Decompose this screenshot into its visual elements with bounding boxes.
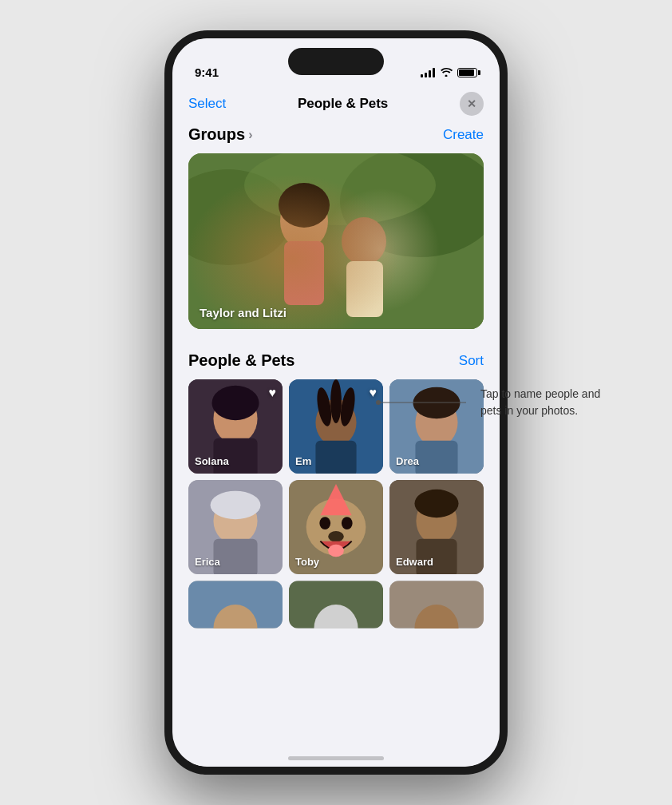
signal-bar-2: [425, 73, 427, 77]
svg-rect-7: [346, 261, 383, 317]
people-pets-title: People & Pets: [188, 351, 294, 370]
close-icon: ✕: [467, 98, 476, 109]
signal-bar-4: [433, 68, 435, 77]
svg-point-26: [211, 491, 261, 519]
battery-icon: [457, 68, 477, 77]
svg-point-32: [342, 517, 353, 529]
wifi-icon: [440, 66, 453, 79]
svg-point-31: [319, 517, 330, 529]
annotation-container: Tap to name people and pets in your phot…: [378, 386, 624, 419]
svg-point-6: [342, 217, 386, 265]
page-title: People & Pets: [298, 96, 388, 112]
svg-point-3: [244, 153, 436, 225]
partial-card-3[interactable]: [389, 581, 484, 629]
status-time: 9:41: [195, 65, 219, 79]
home-indicator: [288, 756, 384, 760]
person-name-solana: Solana: [195, 455, 229, 467]
svg-point-2: [340, 153, 484, 257]
partial-card-1[interactable]: [188, 581, 283, 629]
svg-point-8: [279, 183, 330, 228]
signal-bar-3: [429, 70, 431, 77]
status-icons: [421, 66, 477, 79]
svg-rect-0: [188, 153, 484, 329]
partial-card-2[interactable]: [289, 581, 383, 629]
group-label: Taylor and Litzi: [200, 306, 287, 319]
sort-button[interactable]: Sort: [459, 353, 484, 369]
partial-people-row: [188, 581, 484, 629]
battery-fill: [459, 69, 474, 76]
annotation-label: Tap to name people and pets in your phot…: [480, 387, 600, 417]
svg-point-17: [330, 379, 342, 423]
groups-title-row[interactable]: Groups ›: [188, 125, 252, 144]
person-name-drea: Drea: [396, 455, 419, 467]
create-button[interactable]: Create: [443, 127, 484, 143]
person-card-toby[interactable]: Toby: [289, 480, 383, 574]
svg-rect-5: [284, 241, 324, 305]
svg-rect-15: [315, 441, 356, 474]
person-card-solana[interactable]: ♥ Solana: [188, 379, 283, 474]
people-pets-header: People & Pets Sort: [188, 351, 484, 370]
group-card[interactable]: Taylor and Litzi: [188, 153, 484, 329]
svg-point-12: [212, 386, 259, 420]
signal-bars-icon: [421, 68, 435, 77]
groups-chevron-icon: ›: [248, 128, 252, 142]
person-name-toby: Toby: [295, 556, 319, 568]
nav-bar: Select People & Pets ✕: [172, 85, 500, 125]
person-name-erica: Erica: [195, 556, 220, 568]
svg-rect-21: [415, 441, 457, 474]
favorite-icon-solana: ♥: [269, 386, 277, 400]
annotation-line-svg: [378, 402, 474, 403]
favorite-icon-em: ♥: [370, 386, 378, 400]
people-grid-row2: Erica: [188, 480, 484, 574]
person-name-em: Em: [295, 455, 311, 467]
close-button[interactable]: ✕: [460, 92, 484, 116]
person-card-erica[interactable]: Erica: [188, 480, 283, 574]
group-photo: [188, 153, 484, 329]
svg-point-38: [414, 490, 458, 518]
groups-title: Groups: [188, 125, 245, 144]
svg-point-1: [188, 169, 292, 265]
svg-point-33: [328, 531, 344, 542]
select-button[interactable]: Select: [188, 96, 226, 112]
svg-point-4: [280, 193, 328, 249]
person-name-edward: Edward: [396, 556, 433, 568]
person-card-edward[interactable]: Edward: [389, 480, 484, 574]
groups-section-header: Groups › Create: [188, 125, 484, 144]
svg-point-34: [328, 545, 344, 557]
dynamic-island: [288, 48, 384, 75]
annotation-text: Tap to name people and pets in your phot…: [480, 386, 624, 419]
signal-bar-1: [421, 74, 423, 77]
person-card-em[interactable]: ♥ Em: [289, 379, 383, 474]
svg-point-46: [376, 400, 381, 405]
